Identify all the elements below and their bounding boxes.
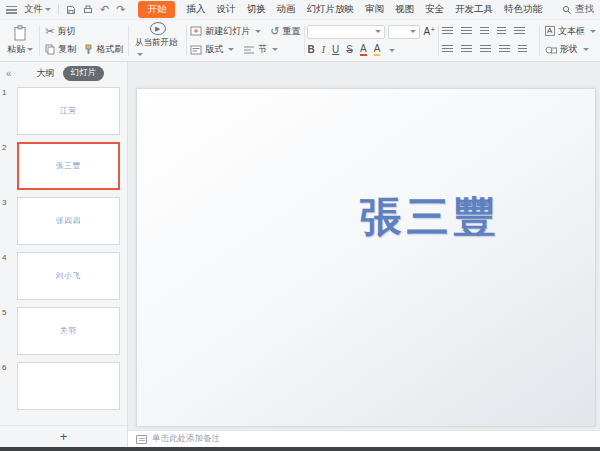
text-box-label: 文本框	[558, 25, 585, 38]
redo-icon[interactable]: ↷	[116, 4, 125, 15]
reset-label: 重置	[283, 25, 301, 38]
align-center-icon[interactable]	[461, 45, 472, 54]
tab-insert[interactable]: 插入	[186, 3, 205, 16]
underline-button[interactable]: U	[332, 45, 339, 55]
thumbnail-title: 張三豐	[56, 161, 82, 171]
notes-bar[interactable]: 单击此处添加备注	[128, 430, 600, 447]
slide-number: 3	[2, 197, 14, 245]
file-menu-label: 文件	[24, 3, 43, 14]
search-icon	[562, 5, 572, 15]
current-slide[interactable]: 張三豐	[136, 88, 596, 427]
tab-devtools[interactable]: 开发工具	[455, 3, 493, 16]
increase-font-icon[interactable]: A⁺	[423, 27, 435, 37]
tab-design[interactable]: 设计	[216, 3, 235, 16]
divider	[438, 25, 439, 56]
file-menu[interactable]: 文件	[24, 3, 51, 16]
search-button[interactable]: 查找	[562, 3, 594, 16]
slide-title-text[interactable]: 張三豐	[360, 189, 501, 245]
tab-review[interactable]: 审阅	[365, 3, 384, 16]
divider	[39, 25, 40, 56]
align-right-icon[interactable]	[480, 45, 491, 54]
new-slide-button[interactable]: 新建幻灯片	[190, 23, 261, 39]
cut-label: 剪切	[57, 25, 75, 38]
increase-indent-icon[interactable]	[497, 27, 506, 36]
justify-icon[interactable]	[499, 45, 510, 54]
italic-button[interactable]: I	[322, 45, 325, 55]
slide-thumbnail-5[interactable]: 5 关羽	[2, 307, 120, 355]
chevron-down-icon	[45, 8, 51, 11]
slide-number: 4	[2, 252, 14, 300]
app-menu-icon[interactable]	[6, 6, 17, 14]
chevron-down-icon	[375, 30, 381, 33]
slide-thumbnail-2[interactable]: 2 張三豐	[2, 142, 120, 190]
strikethrough-button[interactable]: S	[346, 45, 353, 55]
tab-view[interactable]: 视图	[395, 3, 414, 16]
slide-thumbnail-4[interactable]: 4 刘小飞	[2, 252, 120, 300]
slide-thumbnail-6[interactable]: 6	[2, 362, 120, 410]
thumbnail-title: 关羽	[60, 326, 77, 336]
chevron-down-icon	[410, 30, 416, 33]
section-label: 节	[258, 43, 267, 56]
layout-button[interactable]: 版式	[190, 42, 234, 58]
chevron-down-icon	[255, 30, 261, 33]
tab-transitions[interactable]: 切换	[246, 3, 265, 16]
reset-button[interactable]: ↺ 重置	[270, 23, 300, 39]
text-box-button[interactable]: A 文本框	[545, 23, 596, 39]
slide-number: 6	[2, 362, 14, 410]
chevron-down-icon	[27, 48, 33, 51]
columns-icon[interactable]	[518, 45, 527, 54]
notes-icon	[136, 435, 147, 444]
bottom-edge	[0, 447, 600, 451]
text-box-icon: A	[545, 26, 555, 36]
paste-label: 粘贴	[7, 44, 25, 54]
cut-button[interactable]: ✂ 剪切	[45, 24, 123, 40]
slide-thumbnail-1[interactable]: 1 江营	[2, 87, 120, 135]
slides-tab[interactable]: 幻灯片	[63, 66, 105, 81]
copy-button[interactable]: 复制	[45, 41, 76, 57]
numbering-icon[interactable]	[461, 27, 472, 36]
save-icon[interactable]	[66, 5, 76, 15]
shapes-button[interactable]: 形状	[545, 42, 596, 58]
layout-icon	[190, 45, 202, 55]
tab-slideshow[interactable]: 幻灯片放映	[306, 3, 354, 16]
ribbon-toolbar: 粘贴 ✂ 剪切 复制 格式刷 ▶ 从当前开始	[0, 20, 600, 62]
print-icon[interactable]	[83, 5, 93, 15]
layout-label: 版式	[205, 43, 223, 56]
undo-icon[interactable]: ↶	[100, 4, 109, 15]
search-label: 查找	[575, 3, 594, 16]
font-size-select[interactable]	[388, 25, 420, 39]
font-name-select[interactable]	[307, 25, 385, 39]
bold-button[interactable]: B	[307, 45, 314, 55]
decrease-indent-icon[interactable]	[480, 27, 489, 36]
tab-home[interactable]: 开始	[138, 1, 175, 18]
chevron-down-icon[interactable]	[389, 49, 395, 52]
tab-features[interactable]: 特色功能	[504, 3, 542, 16]
chevron-down-icon	[228, 48, 234, 51]
chevron-down-icon	[590, 30, 596, 33]
tab-security[interactable]: 安全	[425, 3, 444, 16]
outline-tab[interactable]: 大纲	[37, 67, 55, 80]
collapse-panel-button[interactable]: «	[6, 68, 12, 79]
format-painter-button[interactable]: 格式刷	[84, 41, 123, 57]
align-left-icon[interactable]	[442, 45, 453, 54]
font-color-button[interactable]: A	[360, 44, 367, 56]
tab-animations[interactable]: 动画	[276, 3, 295, 16]
line-spacing-icon[interactable]	[514, 27, 525, 36]
section-button[interactable]: 节	[243, 42, 278, 58]
format-painter-label: 格式刷	[96, 43, 123, 56]
bullets-icon[interactable]	[442, 27, 453, 36]
chevron-down-icon	[137, 53, 143, 56]
paste-button[interactable]: 粘贴	[4, 22, 36, 59]
play-from-current-button[interactable]: ▶ 从当前开始	[132, 22, 183, 59]
shapes-label: 形状	[560, 43, 578, 56]
chevron-down-icon	[272, 48, 278, 51]
thumbnail-title: 江营	[60, 106, 77, 116]
play-from-current-label: 从当前开始	[135, 37, 178, 47]
slide-number: 2	[2, 142, 14, 190]
add-slide-button[interactable]: +	[52, 429, 76, 444]
copy-icon	[45, 44, 55, 55]
highlight-color-button[interactable]: A	[374, 44, 381, 56]
chevron-down-icon	[583, 48, 589, 51]
slide-thumbnail-3[interactable]: 3 张四四	[2, 197, 120, 245]
section-icon	[243, 45, 255, 55]
